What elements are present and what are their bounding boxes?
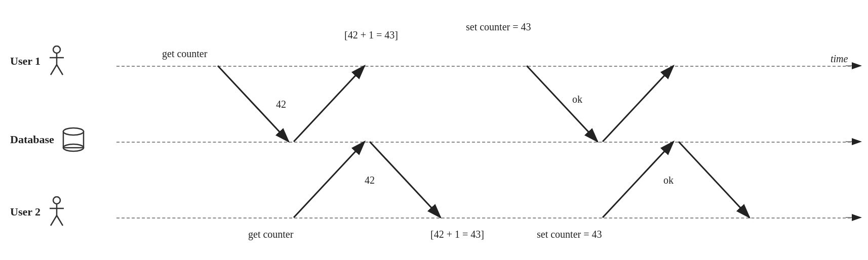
ok-user2-label: ok: [663, 175, 674, 186]
time-label: time: [831, 53, 848, 65]
svg-line-24: [679, 142, 749, 218]
svg-line-4: [57, 65, 63, 75]
database-icon: [61, 125, 86, 154]
svg-line-22: [603, 66, 674, 142]
diagram: User 1 Database User 2: [0, 0, 868, 260]
val-42-left-label: 42: [276, 99, 286, 110]
svg-line-3: [51, 65, 57, 75]
ok-user1-label: ok: [572, 94, 582, 105]
user1-lane-line: [116, 66, 851, 67]
calc-user1-label: [42 + 1 = 43]: [344, 29, 398, 41]
user2-label: User 2: [10, 196, 66, 228]
set-counter-user2-label: set counter = 43: [537, 229, 602, 240]
database-label-text: Database: [10, 133, 54, 146]
set-counter-user1-label: set counter = 43: [466, 21, 531, 33]
user1-label: User 1: [10, 46, 66, 77]
svg-line-12: [57, 215, 63, 226]
svg-point-8: [53, 197, 60, 204]
user2-figure: [48, 196, 66, 228]
svg-point-0: [53, 46, 60, 53]
svg-line-19: [294, 142, 365, 218]
svg-line-18: [294, 66, 365, 142]
get-counter-user2-label: get counter: [248, 229, 293, 240]
svg-line-20: [370, 142, 441, 218]
database-label: Database: [10, 125, 86, 154]
user1-label-text: User 1: [10, 55, 41, 68]
user1-figure: [48, 46, 66, 77]
svg-line-23: [603, 142, 674, 218]
database-lane-line: [116, 142, 851, 143]
user2-label-text: User 2: [10, 205, 41, 219]
user2-lane-line: [116, 218, 851, 219]
svg-line-11: [51, 215, 57, 226]
val-42-right-label: 42: [365, 175, 375, 186]
get-counter-user1-label: get counter: [162, 48, 207, 60]
svg-point-6: [63, 128, 84, 135]
svg-line-21: [527, 66, 598, 142]
calc-user2-label: [42 + 1 = 43]: [430, 229, 484, 240]
sequence-diagram-svg: [0, 0, 868, 260]
